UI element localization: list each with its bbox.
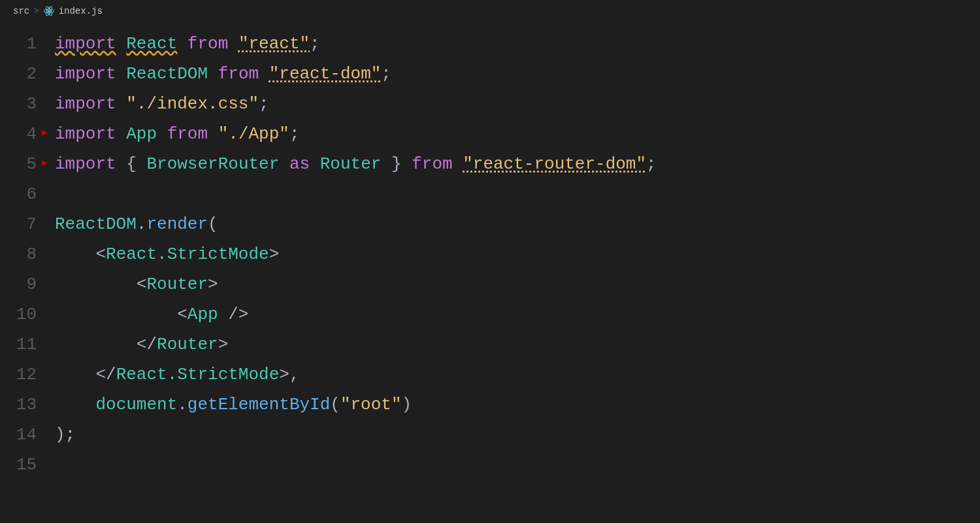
token-plain: ; — [381, 64, 391, 84]
token-kw-import: import — [55, 154, 116, 174]
line-number-3: 3 — [0, 89, 52, 119]
token-identifier: App — [126, 124, 157, 144]
token-plain — [208, 124, 218, 144]
token-kw-from: from — [167, 124, 208, 144]
line-content-11: </Router> — [52, 329, 980, 360]
breadcrumb-bar: src > index.js — [0, 0, 980, 22]
line-content-2: import ReactDOM from "react-dom"; — [52, 59, 980, 89]
fold-arrow-icon[interactable]: ▶ — [42, 127, 47, 138]
token-plain — [55, 335, 137, 354]
token-plain — [55, 365, 95, 384]
react-icon — [43, 5, 55, 17]
token-plain — [116, 154, 127, 174]
code-line-7[interactable]: 7ReactDOM.render( — [0, 209, 980, 239]
code-line-8[interactable]: 8 <React.StrictMode> — [0, 239, 980, 269]
token-jsx-tag: Router — [146, 275, 208, 294]
token-plain: ( — [330, 395, 340, 414]
token-jsx-bracket: > — [208, 275, 218, 294]
token-plain: ( — [208, 214, 218, 234]
token-kw-from: from — [412, 154, 452, 174]
token-string: "./App" — [218, 124, 289, 144]
token-jsx-bracket: /> — [228, 305, 248, 324]
token-plain — [116, 34, 127, 54]
line-number-1: 1 — [0, 29, 52, 59]
fold-arrow-icon[interactable]: ▶ — [42, 157, 47, 168]
line-number-12: 12 — [0, 360, 52, 390]
code-line-13[interactable]: 13 document.getElementById("root") — [0, 390, 980, 420]
token-kw-import: import — [55, 34, 116, 54]
breadcrumb-filename[interactable]: index.js — [59, 6, 103, 16]
token-plain — [55, 305, 177, 324]
line-content-4: import App from "./App"; — [52, 119, 980, 149]
token-plain: ) — [402, 395, 412, 414]
token-kw-from: from — [188, 34, 228, 54]
code-line-9[interactable]: 9 <Router> — [0, 269, 980, 299]
token-jsx-tag: App — [188, 305, 218, 324]
token-jsx-tag: React.StrictMode — [116, 365, 280, 384]
token-plain — [55, 395, 95, 414]
token-identifier: BrowserRouter — [146, 154, 279, 174]
token-plain — [218, 305, 229, 324]
code-line-15[interactable]: 15 — [0, 450, 980, 480]
token-plain — [157, 124, 167, 144]
token-jsx-tag: Router — [157, 335, 218, 354]
token-kw-import: import — [55, 94, 116, 114]
token-plain: ; — [289, 124, 300, 144]
token-kw-import: import — [55, 124, 116, 144]
breadcrumb-src[interactable]: src — [13, 6, 29, 16]
token-string: "./index.css" — [126, 94, 259, 114]
token-plain: ; — [646, 154, 657, 174]
token-plain: { — [126, 154, 146, 174]
token-kw-import: import — [55, 64, 116, 84]
line-number-9: 9 — [0, 269, 52, 299]
code-line-10[interactable]: 10 <App /> — [0, 299, 980, 329]
token-jsx-bracket: < — [177, 305, 188, 324]
token-plain: . — [137, 214, 147, 234]
token-string-dotted: "react-router-dom" — [463, 154, 646, 174]
code-line-11[interactable]: 11 </Router> — [0, 329, 980, 360]
token-kw-as: as — [289, 154, 310, 174]
token-method: getElementById — [188, 395, 330, 414]
line-number-13: 13 — [0, 390, 52, 420]
code-editor: 1import React from "react";2import React… — [0, 22, 980, 486]
code-line-6[interactable]: 6 — [0, 179, 980, 209]
code-line-14[interactable]: 14); — [0, 420, 980, 450]
token-jsx-bracket: </ — [137, 335, 157, 354]
token-identifier: React — [126, 34, 177, 54]
token-plain: . — [177, 395, 188, 414]
line-content-8: <React.StrictMode> — [52, 239, 980, 269]
breadcrumb-separator: > — [33, 6, 39, 16]
code-line-3[interactable]: 3import "./index.css"; — [0, 89, 980, 119]
token-string: "root" — [340, 395, 402, 414]
token-string-dotted: "react-dom" — [269, 64, 382, 84]
code-line-1[interactable]: 1import React from "react"; — [0, 29, 980, 59]
token-identifier: document — [95, 395, 177, 414]
line-number-10: 10 — [0, 299, 52, 329]
token-jsx-bracket: < — [95, 245, 106, 264]
code-line-4[interactable]: 4▶import App from "./App"; — [0, 119, 980, 149]
token-plain — [453, 154, 463, 174]
code-line-12[interactable]: 12 </React.StrictMode>, — [0, 360, 980, 390]
token-jsx-bracket: </ — [95, 365, 116, 384]
token-plain — [116, 94, 127, 114]
token-plain: } — [381, 154, 412, 174]
line-content-7: ReactDOM.render( — [52, 209, 980, 239]
line-content-9: <Router> — [52, 269, 980, 299]
line-content-3: import "./index.css"; — [52, 89, 980, 119]
token-method: render — [146, 214, 208, 234]
line-number-2: 2 — [0, 59, 52, 89]
token-plain — [310, 154, 320, 174]
line-number-15: 15 — [0, 450, 52, 480]
token-identifier: Router — [320, 154, 382, 174]
token-jsx-bracket: > — [279, 365, 289, 384]
token-identifier: ReactDOM — [55, 214, 137, 234]
line-content-14: ); — [52, 420, 980, 450]
line-number-11: 11 — [0, 329, 52, 360]
code-line-2[interactable]: 2import ReactDOM from "react-dom"; — [0, 59, 980, 89]
token-plain: ); — [55, 425, 75, 445]
token-jsx-bracket: < — [137, 275, 147, 294]
code-line-5[interactable]: 5▶import { BrowserRouter as Router } fro… — [0, 149, 980, 179]
token-string-dotted: "react" — [238, 34, 310, 54]
line-number-14: 14 — [0, 420, 52, 450]
token-jsx-bracket: > — [218, 335, 229, 354]
